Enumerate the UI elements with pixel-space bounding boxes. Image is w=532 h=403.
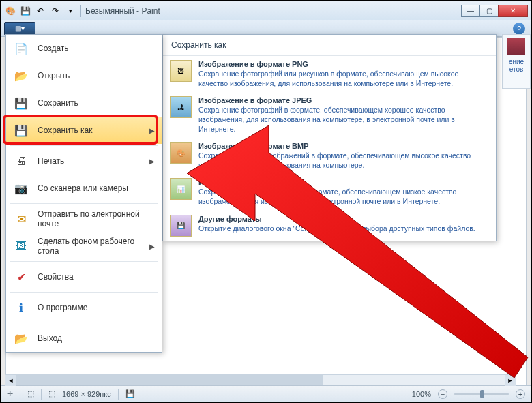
status-bar: ✛ ⬚ ⬚ 1669 × 929пкс 💾 100% − +: [1, 385, 531, 402]
zoom-in-button[interactable]: +: [516, 389, 525, 399]
qat-redo-icon[interactable]: ↷: [49, 5, 61, 17]
menu-item-scanner[interactable]: 📷 Со сканера или камеры: [6, 175, 162, 202]
zoom-slider[interactable]: [454, 393, 509, 395]
file-menu: 📄 Создать 📂 Открыть 💾 Сохранить 💾 Сохран…: [5, 34, 162, 353]
menu-label: Сохранить как: [38, 125, 141, 135]
menu-item-properties[interactable]: ✔ Свойства: [6, 263, 162, 290]
title-separator: [80, 5, 81, 17]
menu-label: Создать: [38, 44, 155, 53]
menu-separator: [10, 203, 158, 204]
window-title: Безымянный - Paint: [85, 6, 160, 16]
submenu-text: Изображение в формате GIF Сохранение про…: [198, 178, 489, 206]
menu-label: Сохранить: [38, 98, 155, 108]
scanner-icon: 📷: [13, 180, 29, 196]
saveas-icon: 💾: [13, 122, 29, 138]
print-icon: 🖨: [13, 153, 29, 169]
file-tab-button[interactable]: ▤▾: [4, 22, 35, 35]
qat-customize-icon[interactable]: ▾: [64, 5, 76, 17]
jpeg-format-icon: 🏞: [170, 96, 192, 118]
menu-item-about[interactable]: ℹ О программе: [6, 294, 162, 321]
open-icon: 📂: [13, 68, 29, 84]
menu-separator: [10, 261, 158, 262]
maximize-button[interactable]: ▢: [479, 5, 499, 17]
close-button[interactable]: ✕: [498, 5, 528, 17]
submenu-item-png[interactable]: 🖼 Изображение в формате PNG Сохранение ф…: [163, 56, 496, 92]
submenu-item-jpeg[interactable]: 🏞 Изображение в формате JPEG Сохранение …: [163, 92, 496, 138]
menu-item-exit[interactable]: 📂 Выход: [6, 325, 162, 352]
menu-label: Открыть: [38, 71, 155, 80]
submenu-head: Изображение в формате BMP: [198, 142, 489, 150]
submenu-desc: Сохранение фотографий в формате, обеспеч…: [198, 106, 489, 134]
scrollbar-thumb[interactable]: [16, 375, 323, 385]
submenu-title: Сохранить как: [163, 35, 496, 56]
horizontal-scrollbar[interactable]: ◄ ►: [5, 374, 516, 385]
menu-label: Печать: [38, 156, 141, 166]
exit-icon: 📂: [13, 330, 29, 346]
qat-save-icon[interactable]: 💾: [19, 5, 31, 17]
submenu-desc: Сохранение фотографий или рисунков в фор…: [198, 70, 489, 88]
submenu-head: Изображение в формате JPEG: [198, 96, 489, 104]
ribbon-clipped-panel: ение етов: [502, 34, 531, 89]
wallpaper-icon: 🖼: [13, 238, 29, 254]
properties-icon: ✔: [13, 269, 29, 285]
submenu-text: Изображение в формате JPEG Сохранение фо…: [198, 96, 489, 134]
other-format-icon: 💾: [170, 215, 192, 237]
quick-access-toolbar: 🎨 💾 ↶ ↷ ▾: [4, 5, 76, 17]
submenu-head: Другие форматы: [198, 215, 489, 223]
submenu-arrow-icon: ▶: [149, 158, 155, 165]
submenu-text: Изображение в формате BMP Сохранение люб…: [198, 142, 489, 170]
submenu-item-bmp[interactable]: 🎨 Изображение в формате BMP Сохранение л…: [163, 138, 496, 174]
about-icon: ℹ: [13, 299, 29, 316]
save-as-submenu: Сохранить как 🖼 Изображение в формате PN…: [162, 34, 497, 241]
color-swatch-icon: [507, 38, 525, 55]
menu-item-email[interactable]: ✉ Отправить по электронной почте: [6, 205, 162, 233]
menu-item-print[interactable]: 🖨 Печать ▶: [6, 147, 162, 175]
cursor-position-icon: ✛: [7, 389, 13, 398]
menu-item-open[interactable]: 📂 Открыть: [6, 62, 162, 89]
png-format-icon: 🖼: [170, 60, 192, 82]
gif-format-icon: 📊: [170, 178, 192, 200]
submenu-text: Другие форматы Открытие диалогового окна…: [198, 215, 489, 237]
app-icon: 🎨: [4, 5, 16, 17]
mail-icon: ✉: [13, 211, 29, 227]
submenu-text: Изображение в формате PNG Сохранение фот…: [198, 60, 489, 88]
status-separator: [20, 389, 20, 400]
submenu-head: Изображение в формате PNG: [198, 60, 489, 68]
submenu-item-other[interactable]: 💾 Другие форматы Открытие диалогового ок…: [163, 211, 496, 241]
canvas-size-icon: ⬚: [48, 389, 55, 398]
menu-item-new[interactable]: 📄 Создать: [6, 35, 162, 62]
help-button[interactable]: ?: [513, 23, 525, 35]
qat-undo-icon[interactable]: ↶: [34, 5, 46, 17]
selection-size-icon: ⬚: [27, 389, 34, 398]
menu-separator: [10, 292, 158, 293]
window-controls: — ▢ ✕: [462, 5, 528, 17]
scroll-left-arrow[interactable]: ◄: [5, 375, 16, 386]
clipped-text-1: ение: [505, 58, 527, 65]
zoom-out-button[interactable]: −: [438, 389, 447, 399]
menu-label: Выход: [38, 333, 155, 343]
submenu-item-gif[interactable]: 📊 Изображение в формате GIF Сохранение п…: [163, 174, 496, 210]
menu-label: О программе: [38, 303, 155, 312]
menu-separator: [10, 145, 158, 146]
menu-label: Свойства: [38, 272, 155, 282]
menu-item-save[interactable]: 💾 Сохранить: [6, 89, 162, 117]
bmp-format-icon: 🎨: [170, 142, 192, 164]
submenu-desc: Открытие диалогового окна "Сохранить как…: [198, 224, 489, 234]
minimize-button[interactable]: —: [461, 5, 480, 17]
new-icon: 📄: [13, 40, 29, 57]
status-separator: [41, 389, 42, 400]
submenu-head: Изображение в формате GIF: [198, 178, 489, 186]
menu-item-wallpaper[interactable]: 🖼 Сделать фоном рабочего стола ▶: [6, 233, 162, 260]
scroll-right-arrow[interactable]: ►: [505, 375, 516, 386]
menu-label: Сделать фоном рабочего стола: [38, 237, 141, 256]
menu-item-save-as[interactable]: 💾 Сохранить как ▶: [6, 117, 162, 144]
zoom-slider-thumb[interactable]: [480, 390, 484, 398]
menu-label: Со сканера или камеры: [38, 183, 155, 193]
submenu-desc: Сохранение простых рисунков в формате, о…: [198, 188, 489, 206]
title-bar: 🎨 💾 ↶ ↷ ▾ Безымянный - Paint — ▢ ✕: [1, 1, 531, 20]
clipped-text-2: етов: [505, 65, 527, 73]
status-separator: [118, 389, 119, 400]
save-icon: 💾: [13, 95, 29, 111]
menu-separator: [10, 323, 158, 323]
canvas-dimensions: 1669 × 929пкс: [62, 390, 111, 398]
